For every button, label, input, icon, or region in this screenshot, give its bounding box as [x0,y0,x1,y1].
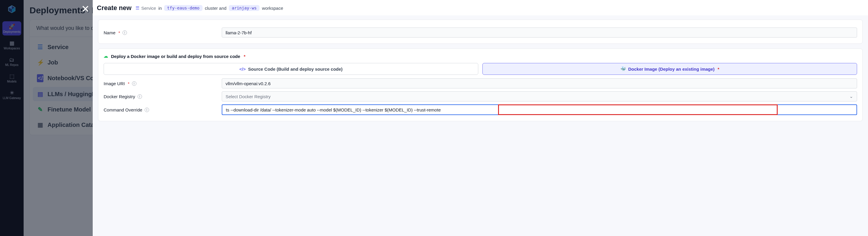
word-workspace: workspace [262,6,283,11]
tab-label: Source Code (Build and deploy source cod… [248,67,342,72]
required-asterisk: * [128,81,130,86]
docker-registry-select[interactable]: Select Docker Registry ⌄ [222,91,857,101]
command-override-label: Command Override [104,107,142,112]
layers-icon: ☰ [135,5,140,11]
word-in: in [158,6,162,11]
info-icon[interactable]: i [132,81,136,86]
panel-header: Create new ☰ Service in tfy-eaus-demo cl… [93,0,868,16]
tab-label: Docker Image (Deploy an existing image) [628,67,715,72]
tab-docker-image[interactable]: 🐳 Docker Image (Deploy an existing image… [483,63,857,75]
info-icon[interactable]: i [137,94,142,99]
code-icon: </> [240,67,246,72]
cloud-upload-icon: ☁ [104,54,108,59]
image-uri-label: Image URI [104,81,125,86]
name-input[interactable] [222,27,857,37]
service-label: Service [141,6,156,11]
tab-source-code[interactable]: </> Source Code (Build and deploy source… [104,63,478,75]
required-asterisk: * [244,54,246,59]
create-deployment-panel: Create new ☰ Service in tfy-eaus-demo cl… [93,0,868,236]
panel-title: Create new [97,4,131,12]
docker-icon: 🐳 [620,66,626,72]
chevron-down-icon: ⌄ [849,94,853,99]
select-placeholder: Select Docker Registry [225,94,271,99]
workspace-pill[interactable]: arinjay-ws [229,5,259,11]
docker-registry-label: Docker Registry [104,94,135,99]
deploy-section-title: Deploy a Docker image or build and deplo… [111,54,240,59]
word-cluster: cluster and [205,6,226,11]
info-icon[interactable]: i [123,30,127,35]
close-icon[interactable]: ✕ [81,3,89,15]
command-override-input[interactable] [222,104,857,115]
required-asterisk: * [118,30,120,35]
image-uri-input[interactable] [222,78,857,88]
required-asterisk: * [717,67,719,72]
cluster-pill[interactable]: tfy-eaus-demo [164,5,203,11]
info-icon[interactable]: i [145,108,149,112]
name-label: Name [104,30,116,35]
